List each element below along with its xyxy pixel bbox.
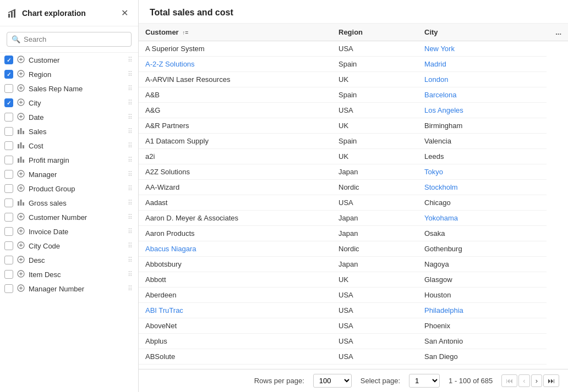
- cell-customer: Aaron Products: [139, 226, 332, 241]
- cell-city[interactable]: Philadelphia: [418, 303, 547, 318]
- column-more-button[interactable]: ...: [547, 24, 568, 41]
- rows-per-page-select[interactable]: 102550100200: [313, 374, 352, 388]
- drag-handle-profit-margin[interactable]: ⠿: [128, 156, 133, 164]
- sidebar-item-sales-rep-name[interactable]: Sales Rep Name⠿: [0, 81, 138, 96]
- cell-region: USA: [332, 103, 418, 118]
- sidebar-item-desc[interactable]: Desc⠿: [0, 253, 138, 267]
- table-row: A&BSpainBarcelona: [139, 87, 568, 103]
- cell-region: Nordic: [332, 241, 418, 257]
- checkbox-manager[interactable]: [4, 170, 13, 179]
- rows-per-page-label: Rows per page:: [254, 377, 304, 385]
- drag-handle-city[interactable]: ⠿: [128, 99, 133, 107]
- cell-customer[interactable]: Abacus Niagara: [139, 241, 332, 257]
- table-header-row: Customer ↑= Region City ...: [139, 24, 568, 41]
- drag-handle-date[interactable]: ⠿: [128, 113, 133, 121]
- checkbox-customer[interactable]: [4, 56, 13, 64]
- checkbox-customer-number[interactable]: [4, 213, 13, 222]
- cell-city: Phoenix: [418, 318, 547, 334]
- cell-city[interactable]: Stockholm: [418, 180, 547, 195]
- table-row: A2Z SolutionsJapanTokyo: [139, 164, 568, 180]
- sidebar-item-manager-number[interactable]: Manager Number⠿: [0, 281, 138, 296]
- drag-handle-sales[interactable]: ⠿: [128, 128, 133, 135]
- dimension-icon-city-code: [17, 241, 25, 250]
- sidebar-item-city[interactable]: City⠿: [0, 96, 138, 110]
- prev-page-button[interactable]: ‹: [518, 374, 529, 387]
- cell-customer[interactable]: A-2-Z Solutions: [139, 57, 332, 72]
- sidebar-item-item-desc[interactable]: Item Desc⠿: [0, 267, 138, 281]
- sidebar-item-cost[interactable]: Cost⠿: [0, 139, 138, 153]
- cell-city[interactable]: Madrid: [418, 57, 547, 72]
- drag-handle-manager[interactable]: ⠿: [128, 170, 133, 178]
- svg-rect-16: [20, 157, 22, 163]
- cell-region: Nordic: [332, 180, 418, 195]
- svg-rect-11: [23, 131, 24, 134]
- dimension-icon-desc: [17, 256, 25, 264]
- last-page-button[interactable]: ⏭: [543, 374, 559, 387]
- cell-region: USA: [332, 349, 418, 365]
- table-row: AbplusUSASan Antonio: [139, 334, 568, 349]
- drag-handle-customer[interactable]: ⠿: [128, 56, 133, 64]
- sidebar-item-sales[interactable]: Sales⠿: [0, 124, 138, 139]
- checkbox-item-desc[interactable]: [4, 270, 13, 279]
- cell-city[interactable]: London: [418, 72, 547, 87]
- checkbox-profit-margin[interactable]: [4, 156, 13, 164]
- sidebar-item-city-code[interactable]: City Code⠿: [0, 239, 138, 253]
- checkbox-date[interactable]: [4, 113, 13, 122]
- drag-handle-item-desc[interactable]: ⠿: [128, 270, 133, 278]
- next-page-button[interactable]: ›: [531, 374, 542, 387]
- first-page-button[interactable]: ⏮: [501, 374, 517, 387]
- cell-region: USA: [332, 195, 418, 211]
- sidebar-item-customer[interactable]: Customer⠿: [0, 53, 138, 67]
- cell-city: Chicago: [418, 195, 547, 211]
- sidebar-item-invoice-date[interactable]: Invoice Date⠿: [0, 224, 138, 239]
- column-header-customer[interactable]: Customer ↑=: [139, 24, 332, 41]
- checkbox-city[interactable]: [4, 98, 13, 107]
- sidebar-item-profit-margin[interactable]: Profit margin⠿: [0, 153, 138, 167]
- drag-handle-manager-number[interactable]: ⠿: [128, 285, 133, 292]
- measure-icon-profit-margin: [17, 156, 25, 164]
- cell-city[interactable]: Yokohama: [418, 211, 547, 226]
- checkbox-desc[interactable]: [4, 256, 13, 264]
- drag-handle-gross-sales[interactable]: ⠿: [128, 199, 133, 207]
- cell-customer[interactable]: ABI TruTrac: [139, 303, 332, 318]
- main-content: Total sales and cost Customer ↑= Region …: [139, 0, 568, 392]
- sidebar-item-date[interactable]: Date⠿: [0, 110, 138, 124]
- checkbox-gross-sales[interactable]: [4, 198, 13, 207]
- sidebar-item-region[interactable]: Region⠿: [0, 67, 138, 81]
- drag-handle-product-group[interactable]: ⠿: [128, 185, 133, 192]
- checkbox-manager-number[interactable]: [4, 284, 13, 293]
- sidebar-item-product-group[interactable]: Product Group⠿: [0, 181, 138, 196]
- drag-handle-city-code[interactable]: ⠿: [128, 242, 133, 250]
- checkbox-sales-rep-name[interactable]: [4, 84, 13, 93]
- checkbox-city-code[interactable]: [4, 241, 13, 250]
- drag-handle-desc[interactable]: ⠿: [128, 256, 133, 264]
- sidebar-item-customer-number[interactable]: Customer Number⠿: [0, 210, 138, 224]
- cell-city[interactable]: New York: [418, 41, 547, 57]
- cell-region: Japan: [332, 257, 418, 272]
- select-page-select[interactable]: 1234567: [409, 374, 440, 388]
- sidebar-item-manager[interactable]: Manager⠿: [0, 167, 138, 181]
- drag-handle-region[interactable]: ⠿: [128, 70, 133, 78]
- column-header-region[interactable]: Region: [332, 24, 418, 41]
- checkbox-sales[interactable]: [4, 127, 13, 136]
- cell-customer: A-ARVIN Laser Resources: [139, 72, 332, 87]
- search-input[interactable]: [24, 35, 127, 43]
- drag-handle-cost[interactable]: ⠿: [128, 142, 133, 150]
- close-button[interactable]: ✕: [119, 7, 130, 19]
- checkbox-invoice-date[interactable]: [4, 227, 13, 236]
- checkbox-cost[interactable]: [4, 141, 13, 150]
- column-header-city[interactable]: City: [418, 24, 547, 41]
- svg-rect-15: [18, 158, 19, 163]
- drag-handle-invoice-date[interactable]: ⠿: [128, 228, 133, 235]
- dimension-icon-region: [17, 70, 25, 79]
- drag-handle-sales-rep-name[interactable]: ⠿: [128, 85, 133, 92]
- drag-handle-customer-number[interactable]: ⠿: [128, 213, 133, 221]
- sidebar-item-gross-sales[interactable]: Gross sales⠿: [0, 196, 138, 210]
- checkbox-product-group[interactable]: [4, 184, 13, 193]
- checkbox-region[interactable]: [4, 70, 13, 79]
- table-row: AbbotsburyJapanNagoya: [139, 257, 568, 272]
- svg-rect-0: [8, 14, 10, 18]
- cell-city[interactable]: Los Angeles: [418, 103, 547, 118]
- cell-city[interactable]: Tokyo: [418, 164, 547, 180]
- cell-city[interactable]: Barcelona: [418, 87, 547, 103]
